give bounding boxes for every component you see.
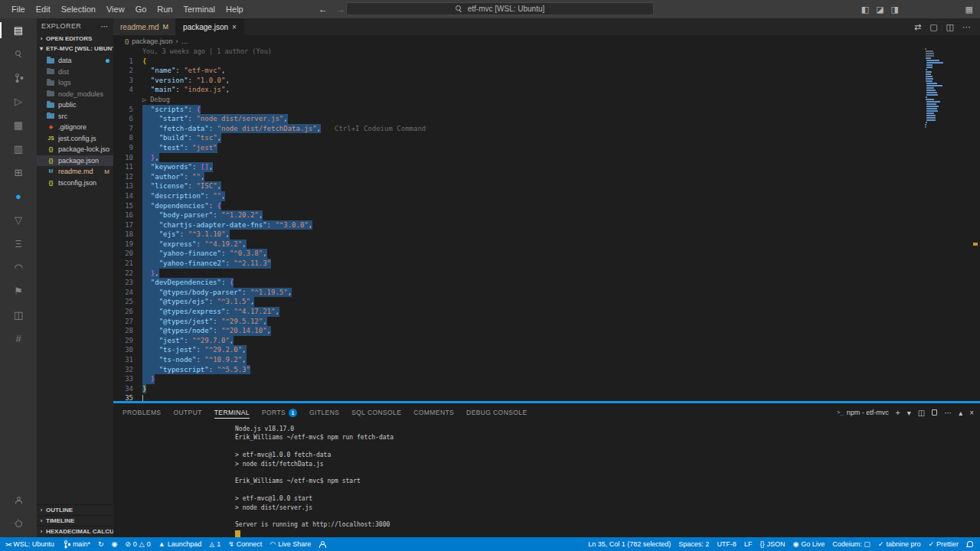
activity-settings[interactable] bbox=[0, 512, 37, 536]
tab-readme.md[interactable]: readme.mdM bbox=[113, 18, 176, 35]
editor[interactable]: You, 3 weeks ago | 1 author (You)1{2 "na… bbox=[113, 47, 980, 401]
status-encoding[interactable]: UTF-8 bbox=[713, 537, 740, 551]
code-line[interactable]: 14 "description": "", bbox=[113, 191, 980, 201]
menu-selection[interactable]: Selection bbox=[56, 0, 101, 18]
status-sqltools-connect[interactable]: ↯Connect bbox=[224, 537, 266, 551]
panel-tab-comments[interactable]: COMMENTS bbox=[407, 403, 460, 422]
file-.gitignore[interactable]: ◆.gitignore bbox=[37, 122, 113, 133]
code-line[interactable]: 19 "express": "^4.19.2", bbox=[113, 240, 980, 249]
kill-terminal-icon[interactable] bbox=[932, 409, 937, 416]
activity-run-and-debug[interactable]: ▷ bbox=[0, 90, 37, 113]
panel-tab-output[interactable]: OUTPUT bbox=[167, 403, 207, 422]
code-line[interactable]: 8 "build": "tsc", bbox=[113, 133, 980, 143]
more-actions-icon[interactable]: ⋯ bbox=[101, 22, 109, 31]
status-git-sync[interactable]: ↻ bbox=[94, 537, 108, 551]
code-line[interactable]: 9 "test": "jest" bbox=[113, 143, 980, 153]
maximize-panel-icon[interactable]: ▴ bbox=[959, 409, 962, 417]
status-live-share[interactable]: ◠Live Share bbox=[266, 537, 315, 551]
panel-tab-terminal[interactable]: TERMINAL bbox=[208, 403, 256, 422]
file-dist[interactable]: dist bbox=[37, 67, 113, 78]
file-logs[interactable]: logs bbox=[37, 77, 113, 89]
activity-bookmarks[interactable]: ⚑ bbox=[0, 279, 37, 303]
file-jest.config.js[interactable]: JSjest.config.js bbox=[37, 133, 113, 145]
toggle-blame-icon[interactable]: ▢ bbox=[929, 22, 937, 32]
code-line[interactable]: 34} bbox=[113, 384, 980, 394]
code-line[interactable]: 6 "start": "node dist/server.js", bbox=[113, 114, 980, 124]
file-package-lock.json[interactable]: {}package-lock.json bbox=[37, 144, 113, 155]
code-line[interactable]: 16 "body-parser": "^1.20.2", bbox=[113, 210, 980, 220]
file-package.json[interactable]: {}package.json bbox=[37, 155, 113, 167]
tab-package.json[interactable]: package.json× bbox=[176, 18, 244, 35]
code-line[interactable]: 11 "keywords": [], bbox=[113, 162, 980, 172]
file-public[interactable]: public bbox=[37, 99, 113, 111]
panel-tab-debug-console[interactable]: DEBUG CONSOLE bbox=[460, 403, 533, 422]
code-line[interactable]: 28 "@types/node": "^20.14.10", bbox=[113, 326, 980, 336]
open-changes-icon[interactable]: ⇄ bbox=[914, 22, 921, 32]
forward-arrow-icon[interactable]: → bbox=[336, 4, 345, 15]
code-line[interactable]: 30 "ts-jest": "^29.2.0", bbox=[113, 345, 980, 355]
breadcrumb-item-file[interactable]: package.json bbox=[132, 37, 172, 45]
split-editor-icon[interactable]: ◫ bbox=[946, 22, 954, 32]
code-line[interactable]: 35 bbox=[113, 393, 980, 401]
status-go-live[interactable]: ◉Go Live bbox=[789, 537, 828, 551]
section-outline[interactable]: ›OUTLINE bbox=[37, 504, 113, 515]
menu-view[interactable]: View bbox=[101, 0, 130, 18]
workspace-section[interactable]: ▾ ETF-MVC [WSL: UBUNTU] bbox=[37, 44, 113, 54]
panel-tab-problems[interactable]: PROBLEMS bbox=[116, 403, 167, 422]
status-prettier[interactable]: ✓Prettier bbox=[924, 537, 962, 551]
status-account-status[interactable] bbox=[315, 537, 329, 551]
status-cursor-position[interactable]: Ln 35, Col 1 (782 selected) bbox=[584, 537, 675, 551]
file-tsconfig.json[interactable]: {}tsconfig.json bbox=[37, 178, 113, 189]
menu-terminal[interactable]: Terminal bbox=[178, 0, 221, 18]
close-tab-icon[interactable]: × bbox=[232, 23, 237, 31]
panel-tab-sql-console[interactable]: SQL CONSOLE bbox=[345, 403, 407, 422]
status-gitlens-launchpad[interactable]: ▲Launchpad bbox=[155, 537, 205, 551]
activity-explorer[interactable]: ▤ bbox=[0, 18, 37, 42]
code-line[interactable]: 21 "yahoo-finance2": "^2.11.3" bbox=[113, 259, 980, 269]
code-line[interactable]: 7 "fetch-data": "node dist/fetchData.js"… bbox=[113, 124, 980, 134]
status-indentation[interactable]: Spaces: 2 bbox=[675, 537, 713, 551]
section-hexadecimal-calculat-[interactable]: ›HEXADECIMAL CALCULAT... bbox=[37, 526, 113, 536]
code-line[interactable]: 29 "jest": "^29.7.0", bbox=[113, 336, 980, 346]
activity-hex-calculator[interactable]: # bbox=[0, 327, 37, 350]
code-line[interactable]: 15 "dependencies": { bbox=[113, 201, 980, 211]
new-terminal-icon[interactable]: + bbox=[896, 409, 900, 417]
close-panel-icon[interactable]: × bbox=[969, 409, 974, 417]
open-editors-section[interactable]: › OPEN EDITORS bbox=[37, 34, 113, 44]
file-node_modules[interactable]: node_modules bbox=[37, 89, 113, 100]
code-line[interactable]: ▷ Debug bbox=[113, 95, 980, 105]
command-center-search[interactable]: etf-mvc [WSL: Ubuntu] bbox=[346, 2, 654, 15]
code-line[interactable]: 25 "@types/ejs": "^3.1.5", bbox=[113, 297, 980, 307]
code-line[interactable]: 22 }, bbox=[113, 269, 980, 279]
activity-remote-explorer[interactable]: ▥ bbox=[0, 137, 37, 161]
code-line[interactable]: 3 "version": "1.0.0", bbox=[113, 76, 980, 86]
activity-accounts[interactable] bbox=[0, 488, 37, 512]
code-line[interactable]: 10 }, bbox=[113, 153, 980, 163]
menu-run[interactable]: Run bbox=[152, 0, 178, 18]
code-line[interactable]: 26 "@types/express": "^4.17.21", bbox=[113, 307, 980, 317]
terminal-session[interactable]: >_ npm - etf-mvc bbox=[837, 409, 888, 416]
code-line[interactable]: 18 "ejs": "^3.1.10", bbox=[113, 230, 980, 240]
panel-tab-gitlens[interactable]: GITLENS bbox=[303, 403, 345, 422]
panel-tab-ports[interactable]: PORTS1 bbox=[256, 403, 303, 422]
code-line[interactable]: 23 "devDependencies": { bbox=[113, 278, 980, 288]
menu-file[interactable]: File bbox=[6, 0, 31, 18]
status-forwarded-ports[interactable]: ◬1 bbox=[205, 537, 224, 551]
customize-layout-icon[interactable]: ▦ bbox=[965, 0, 973, 18]
status-language-mode[interactable]: {}JSON bbox=[756, 537, 789, 551]
code-line[interactable]: 17 "chartjs-adapter-date-fns": "^3.0.0", bbox=[113, 220, 980, 230]
split-terminal-icon[interactable]: ◫ bbox=[918, 409, 925, 417]
activity-source-control[interactable] bbox=[0, 66, 37, 90]
menu-go[interactable]: Go bbox=[130, 0, 152, 18]
status-remote-indicator[interactable]: ><WSL: Ubuntu bbox=[0, 537, 60, 551]
file-data[interactable]: data bbox=[37, 55, 113, 67]
status-codeium-status[interactable]: Codeium: ▢ bbox=[828, 537, 874, 551]
activity-search[interactable] bbox=[0, 42, 37, 66]
file-readme.md[interactable]: Mreadme.mdM bbox=[37, 166, 113, 178]
code-line[interactable]: 5 "scripts": { bbox=[113, 105, 980, 115]
toggle-primary-sidebar-icon[interactable]: ◧ bbox=[861, 5, 869, 15]
status-tabnine[interactable]: ✓tabnine pro bbox=[874, 537, 925, 551]
panel-more-icon[interactable]: ⋯ bbox=[944, 409, 952, 417]
code-line[interactable]: 32 "typescript": "^5.5.3" bbox=[113, 365, 980, 375]
code-line[interactable]: 1{ bbox=[113, 57, 980, 67]
